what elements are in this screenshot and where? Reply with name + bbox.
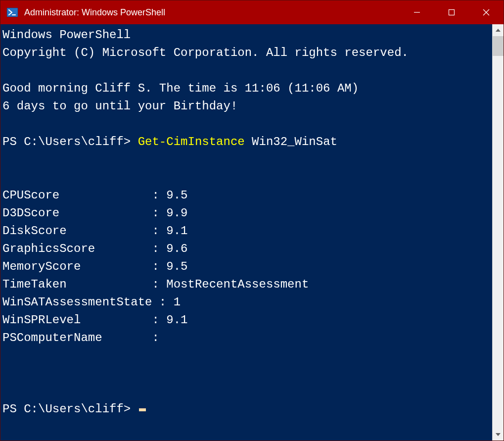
output-value: 9.5 <box>166 260 187 273</box>
output-value: 9.1 <box>166 313 187 327</box>
output-value: 9.6 <box>166 242 187 255</box>
close-button[interactable] <box>469 0 504 24</box>
vertical-scrollbar[interactable] <box>492 24 504 441</box>
scroll-up-button[interactable] <box>493 24 504 36</box>
greeting-line: 6 days to go until your Birthday! <box>2 99 237 113</box>
window-title: Administrator: Windows PowerShell <box>24 7 400 18</box>
output-key: WinSATAssessmentState <box>2 295 159 309</box>
output-value: 9.9 <box>166 206 187 220</box>
command-args: Win32_WinSat <box>245 135 337 148</box>
output-sep: : <box>152 242 166 255</box>
output-key: DiskScore <box>2 224 152 238</box>
scroll-down-button[interactable] <box>493 429 504 441</box>
client-area: Windows PowerShell Copyright (C) Microso… <box>0 24 504 441</box>
output-sep: : <box>152 331 166 344</box>
svg-rect-3 <box>449 10 455 15</box>
greeting-line: Good morning Cliff S. The time is 11:06 … <box>2 82 359 95</box>
output-sep: : <box>152 189 166 202</box>
output-sep: : <box>159 295 174 309</box>
output-key: PSComputerName <box>2 331 152 344</box>
output-sep: : <box>152 260 166 273</box>
output-sep: : <box>152 224 166 238</box>
output-key: GraphicsScore <box>2 242 152 255</box>
header-line: Windows PowerShell <box>2 28 131 42</box>
scrollbar-thumb[interactable] <box>493 36 504 56</box>
prompt-prefix: PS C:\Users\cliff> <box>2 402 138 416</box>
output-key: MemoryScore <box>2 260 152 273</box>
output-value: MostRecentAssessment <box>166 278 309 291</box>
header-line: Copyright (C) Microsoft Corporation. All… <box>2 46 409 59</box>
powershell-icon <box>6 6 18 18</box>
output-value: 1 <box>174 295 181 309</box>
cursor <box>139 408 146 411</box>
maximize-button[interactable] <box>434 0 469 24</box>
command-cmdlet: Get-CimInstance <box>138 135 245 148</box>
scrollbar-track[interactable] <box>493 36 504 429</box>
output-key: D3DScore <box>2 206 152 220</box>
output-key: TimeTaken <box>2 278 152 291</box>
output-value: 9.1 <box>166 224 187 238</box>
output-sep: : <box>152 206 166 220</box>
titlebar[interactable]: Administrator: Windows PowerShell <box>0 0 504 24</box>
minimize-button[interactable] <box>400 0 434 24</box>
window-controls <box>400 0 504 24</box>
svg-marker-6 <box>496 29 501 32</box>
output-key: CPUScore <box>2 189 152 202</box>
powershell-window: Administrator: Windows PowerShell Window… <box>0 0 504 441</box>
prompt-prefix: PS C:\Users\cliff> <box>2 135 138 148</box>
output-value: 9.5 <box>166 189 187 202</box>
console-output[interactable]: Windows PowerShell Copyright (C) Microso… <box>0 24 492 441</box>
output-sep: : <box>152 278 166 291</box>
output-sep: : <box>152 313 166 327</box>
output-key: WinSPRLevel <box>2 313 152 327</box>
svg-marker-7 <box>496 433 501 436</box>
